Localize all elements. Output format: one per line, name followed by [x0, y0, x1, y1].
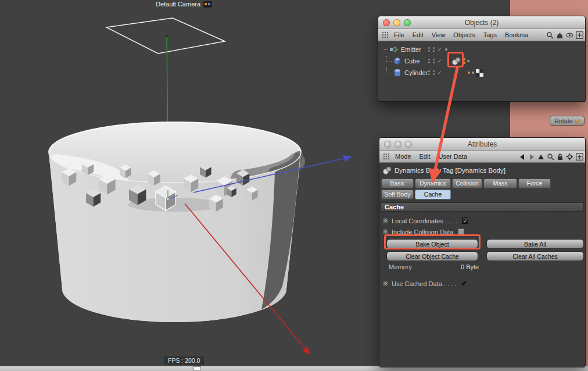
close-button[interactable]: [384, 141, 391, 148]
objects-titlebar[interactable]: Objects (2): [378, 16, 585, 29]
memory-row: Memory 0 Byte: [379, 262, 585, 272]
tab-soft-body[interactable]: Soft Body: [381, 190, 414, 199]
window-traffic-lights: [384, 141, 412, 148]
home-icon[interactable]: [556, 31, 564, 39]
cylinder-bowl: [49, 122, 301, 322]
tab-cache[interactable]: Cache: [415, 190, 451, 199]
priority-dot: [468, 72, 470, 74]
lock-icon[interactable]: [557, 153, 564, 160]
camera-label-group[interactable]: Default Camera: [156, 1, 212, 8]
close-button[interactable]: [383, 19, 390, 26]
attributes-titlebar[interactable]: Attributes: [379, 138, 585, 151]
attributes-window: Attributes Mode Edit User Data Dynamics …: [379, 137, 586, 366]
menu-view[interactable]: View: [428, 31, 450, 38]
menu-tags[interactable]: Tags: [479, 31, 501, 38]
render-dots[interactable]: [433, 70, 435, 75]
objects-manager-window: Objects (2) File Edit View Objects Tags …: [378, 16, 586, 102]
attributes-menubar: Mode Edit User Data: [379, 151, 585, 163]
render-dots[interactable]: [433, 47, 435, 52]
rotate-icon: [575, 119, 579, 123]
tab-dynamics[interactable]: Dynamics: [415, 179, 451, 188]
menu-edit[interactable]: Edit: [408, 31, 428, 38]
search-icon[interactable]: [546, 31, 554, 39]
texture-checker-tag-icon[interactable]: [476, 69, 483, 77]
keyframe-dot-icon[interactable]: [383, 281, 388, 286]
camera-label: Default Camera: [156, 1, 200, 8]
state-dot: [467, 60, 469, 62]
gear-icon[interactable]: [566, 153, 573, 160]
forward-icon[interactable]: [528, 154, 535, 160]
menu-user-data[interactable]: User Data: [435, 153, 472, 160]
visibility-dots[interactable]: [428, 59, 430, 63]
tree-line: [386, 56, 392, 62]
tree-line: [386, 67, 392, 73]
object-label: Cube: [404, 58, 420, 65]
menu-file[interactable]: File: [390, 31, 408, 38]
objects-menubar: File Edit View Objects Tags Bookma: [378, 29, 585, 41]
minimize-button[interactable]: [393, 19, 400, 26]
tab-force[interactable]: Force: [518, 179, 551, 188]
enable-check[interactable]: ✓: [438, 70, 442, 76]
timeline-marker[interactable]: [193, 366, 201, 370]
zoom-button[interactable]: [404, 19, 411, 26]
use-cached-data-checkbox[interactable]: ✔: [461, 280, 467, 287]
menu-mode[interactable]: Mode: [391, 153, 415, 160]
emitter-plane: [106, 18, 225, 53]
dynamics-body-tag-icon: [382, 166, 392, 175]
add-icon[interactable]: [576, 31, 583, 39]
state-dot: [445, 48, 447, 51]
object-label: Emitter: [401, 46, 421, 53]
annotation-box-dynamics-tag: [447, 52, 464, 67]
emitter-object-icon[interactable]: [389, 45, 399, 54]
rotate-button[interactable]: Rotate: [550, 116, 585, 126]
keyframe-dot-icon[interactable]: [383, 229, 388, 234]
tag-header-label: Dynamics Body Tag [Dynamics Body]: [395, 167, 505, 174]
local-coordinates-label: Local Coordinates . . . .: [392, 217, 457, 224]
visibility-dots[interactable]: [428, 47, 430, 52]
tab-collision[interactable]: Collision: [452, 179, 482, 188]
render-dots[interactable]: [433, 59, 435, 63]
cache-section-header: Cache: [381, 202, 584, 212]
drag-grid-icon[interactable]: [382, 31, 389, 38]
state-dot: [472, 72, 474, 74]
add-icon[interactable]: [576, 153, 583, 160]
menu-edit[interactable]: Edit: [415, 153, 435, 160]
back-icon[interactable]: [519, 154, 526, 160]
window-traffic-lights: [383, 19, 411, 26]
minimize-button[interactable]: [395, 141, 401, 148]
local-coordinates-row: Local Coordinates . . . . ✓: [379, 215, 585, 226]
clear-object-cache-button[interactable]: Clear Object Cache: [386, 251, 478, 261]
clear-all-caches-button[interactable]: Clear All Caches: [486, 251, 584, 261]
up-icon[interactable]: [537, 154, 544, 160]
eye-icon[interactable]: [566, 31, 573, 39]
menu-objects[interactable]: Objects: [449, 31, 479, 38]
tab-basic[interactable]: Basic: [381, 179, 414, 188]
object-row-emitter[interactable]: Emitter ✓: [378, 44, 585, 55]
object-list: Emitter ✓ Cube ✓: [378, 41, 585, 101]
bake-all-button[interactable]: Bake All: [486, 239, 584, 249]
cube-object-icon[interactable]: [393, 56, 402, 66]
enable-check[interactable]: ✓: [438, 59, 442, 64]
zoom-button[interactable]: [405, 141, 412, 148]
visibility-dots[interactable]: [428, 70, 430, 75]
search-icon[interactable]: [547, 153, 554, 160]
fps-label: FPS : 200.0: [164, 356, 204, 365]
use-cached-data-row: Use Cached Data . . . . ✔: [379, 278, 585, 289]
rotate-label: Rotate: [555, 117, 573, 124]
annotation-box-bake-object: [384, 234, 481, 249]
enable-check[interactable]: ✓: [438, 47, 442, 52]
keyframe-dot-icon[interactable]: [383, 218, 388, 223]
object-row-cylinder[interactable]: Cylinder ✓: [378, 67, 585, 79]
menu-bookmarks[interactable]: Bookma: [501, 31, 532, 38]
tab-row-2: Soft Body Cache: [379, 190, 585, 199]
tag-header: Dynamics Body Tag [Dynamics Body]: [379, 165, 585, 176]
camera-menu-icon[interactable]: [203, 1, 212, 8]
tab-mass[interactable]: Mass: [483, 179, 517, 188]
object-row-cube[interactable]: Cube ✓: [378, 55, 585, 67]
local-coordinates-checkbox[interactable]: ✓: [462, 217, 468, 224]
drag-grid-icon[interactable]: [383, 153, 390, 160]
memory-label: Memory: [389, 263, 461, 270]
use-cached-data-label: Use Cached Data . . . .: [392, 280, 456, 287]
memory-value: 0 Byte: [461, 263, 479, 270]
cylinder-object-icon[interactable]: [393, 68, 402, 77]
